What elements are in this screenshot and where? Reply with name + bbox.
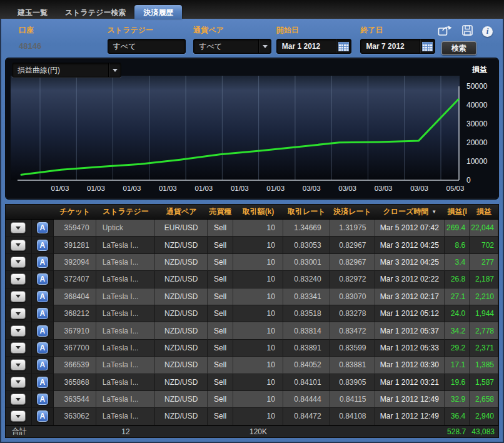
table-row[interactable]: A366539LaTesla I...NZD/USDSell100.840520… — [6, 357, 498, 374]
strategy-input[interactable]: すべて — [108, 39, 186, 54]
row-expander-button[interactable] — [11, 325, 26, 337]
save-icon[interactable] — [462, 25, 473, 38]
cell-close-rate: 0.82967 — [330, 254, 375, 271]
table-row[interactable]: A391281LaTesla I...NZD/USDSell100.830530… — [6, 237, 498, 253]
chevron-down-icon — [16, 278, 21, 281]
tab-trade-history[interactable]: 決済履歴 — [134, 5, 182, 19]
auto-trade-badge-icon[interactable]: A — [37, 359, 48, 370]
currency-pair-select[interactable]: すべて — [193, 39, 271, 54]
auto-trade-badge-icon[interactable]: A — [37, 273, 48, 285]
row-expander-button[interactable] — [11, 394, 26, 405]
chevron-down-icon — [16, 380, 21, 384]
row-expander-button[interactable] — [11, 240, 26, 251]
cell-close-rate: 0.83881 — [330, 357, 375, 374]
chevron-down-icon[interactable] — [258, 39, 271, 53]
auto-trade-badge-icon[interactable]: A — [37, 222, 48, 233]
row-expander-button[interactable] — [11, 222, 26, 233]
cell-pair: NZD/USD — [155, 271, 208, 288]
row-expander-button[interactable] — [11, 308, 26, 319]
col-header-amount[interactable]: 取引額(k) — [233, 205, 283, 219]
export-icon[interactable] — [438, 24, 453, 39]
cell-ticket: 368404 — [54, 288, 96, 305]
footer-total-pl: 43,083 — [470, 426, 498, 437]
svg-text:40000: 40000 — [466, 101, 488, 109]
cell-strategy: LaTesla I... — [96, 237, 156, 253]
cell-strategy: Uptick — [96, 220, 156, 237]
table-row[interactable]: A368212LaTesla I...NZD/USDSell100.835180… — [6, 305, 498, 322]
table-row[interactable]: A359470UptickEUR/USDSell101.346691.31975… — [6, 220, 498, 237]
auto-trade-badge-icon[interactable]: A — [37, 240, 48, 251]
cell-badge: A — [32, 357, 54, 374]
row-expander-button[interactable] — [11, 257, 26, 268]
cell-pips: 36.4 — [445, 408, 470, 425]
cell-pl: 2,371 — [470, 340, 498, 357]
trading-app-window: 建玉一覧 ストラテジー検索 決済履歴 口座 48146 ストラテジー すべて 通… — [0, 0, 504, 443]
cell-open-rate: 0.83053 — [283, 237, 330, 253]
col-header-ticket[interactable]: チケット — [54, 205, 96, 219]
calendar-icon[interactable] — [336, 39, 351, 53]
calendar-icon[interactable] — [420, 39, 435, 53]
end-date-field[interactable]: Mar 7 2012 — [360, 39, 435, 54]
col-header-pl[interactable]: 損益 — [470, 205, 498, 219]
auto-trade-badge-icon[interactable]: A — [37, 325, 48, 337]
cell-pl: 277 — [470, 254, 498, 271]
col-header-strategy[interactable]: ストラテジー — [96, 205, 156, 219]
table-row[interactable]: A363544LaTesla I...NZD/USDSell100.844440… — [6, 391, 498, 408]
table-row[interactable]: A372407LaTesla I...NZD/USDSell100.832400… — [6, 271, 498, 288]
cell-close-time: Mar 1 2012 12:49 — [375, 408, 445, 425]
table-row[interactable]: A392094LaTesla I...NZD/USDSell100.830010… — [6, 254, 498, 271]
cell-side: Sell — [208, 237, 233, 253]
tab-open-positions[interactable]: 建玉一覧 — [9, 5, 56, 19]
chevron-down-icon[interactable] — [108, 63, 121, 77]
cell-amount: 10 — [233, 322, 283, 339]
chart-type-select[interactable]: 損益曲線(円) — [12, 63, 121, 78]
col-header-close-rate[interactable]: 決済レート — [330, 205, 375, 219]
row-expander-button[interactable] — [11, 342, 26, 354]
tab-strategy-search[interactable]: ストラテジー検索 — [56, 5, 134, 19]
cell-open-rate: 0.83814 — [283, 322, 330, 339]
row-expander-button[interactable] — [11, 359, 26, 370]
cell-pair: NZD/USD — [155, 288, 208, 305]
col-header-side[interactable]: 売買種 — [208, 205, 233, 219]
cell-open-rate: 0.84101 — [283, 374, 330, 391]
svg-text:01/03: 01/03 — [194, 185, 213, 192]
table-row[interactable]: A367700LaTesla I...NZD/USDSell100.838910… — [6, 340, 498, 357]
chevron-down-icon — [16, 415, 21, 418]
cell-ticket: 359470 — [54, 220, 96, 237]
col-header-pips[interactable]: 損益(I — [445, 205, 470, 219]
end-date-label: 終了日 — [360, 25, 438, 34]
col-header-close-time[interactable]: クローズ時間▼ — [375, 205, 445, 219]
row-expander-button[interactable] — [11, 377, 26, 388]
cell-badge: A — [32, 237, 54, 253]
auto-trade-badge-icon[interactable]: A — [37, 308, 48, 319]
pl-axis-label: 損益 — [472, 64, 487, 75]
cell-pair: NZD/USD — [155, 408, 208, 425]
cell-expander — [6, 220, 32, 237]
cell-strategy: LaTesla I... — [96, 305, 156, 322]
row-expander-button[interactable] — [11, 410, 26, 422]
cell-badge: A — [32, 391, 54, 408]
row-expander-button[interactable] — [11, 273, 26, 285]
table-row[interactable]: A367910LaTesla I...NZD/USDSell100.838140… — [6, 322, 498, 339]
cell-side: Sell — [208, 357, 233, 374]
auto-trade-badge-icon[interactable]: A — [37, 377, 48, 388]
start-date-field[interactable]: Mar 1 2012 — [276, 39, 351, 54]
col-header-pair[interactable]: 通貨ペア — [155, 205, 208, 219]
auto-trade-badge-icon[interactable]: A — [37, 410, 48, 422]
cell-pips: 29.2 — [445, 340, 470, 357]
search-button[interactable]: 検索 — [441, 41, 476, 55]
cell-pl: 702 — [470, 237, 498, 253]
table-row[interactable]: A368404LaTesla I...NZD/USDSell100.833410… — [6, 288, 498, 305]
start-date-label: 開始日 — [276, 25, 361, 34]
info-icon[interactable]: i — [482, 26, 493, 37]
auto-trade-badge-icon[interactable]: A — [37, 291, 48, 302]
table-row[interactable]: A363062LaTesla I...NZD/USDSell100.844720… — [6, 408, 498, 425]
cell-amount: 10 — [233, 374, 283, 391]
cell-strategy: LaTesla I... — [96, 357, 156, 374]
auto-trade-badge-icon[interactable]: A — [37, 394, 48, 405]
col-header-open-rate[interactable]: 取引レート — [283, 205, 330, 219]
row-expander-button[interactable] — [11, 291, 26, 302]
table-row[interactable]: A365868LaTesla I...NZD/USDSell100.841010… — [6, 374, 498, 391]
auto-trade-badge-icon[interactable]: A — [37, 257, 48, 268]
auto-trade-badge-icon[interactable]: A — [37, 342, 48, 354]
